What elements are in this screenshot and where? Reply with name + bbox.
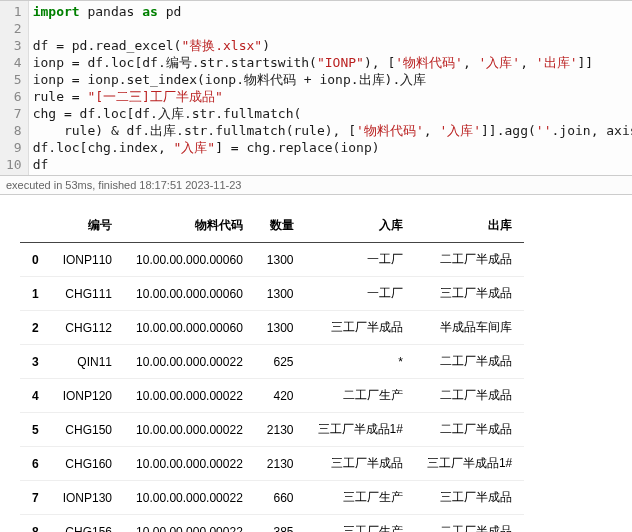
table-cell: 1300 bbox=[255, 243, 306, 277]
table-cell: 二工厂半成品 bbox=[415, 345, 524, 379]
code-source[interactable]: import pandas as pd df = pd.read_excel("… bbox=[29, 1, 632, 175]
table-cell: 10.00.00.000.00022 bbox=[124, 413, 255, 447]
table-cell: IONP130 bbox=[51, 481, 124, 515]
table-cell: CHG150 bbox=[51, 413, 124, 447]
table-cell: CHG156 bbox=[51, 515, 124, 533]
gutter-line: 1 bbox=[0, 3, 28, 20]
table-cell: 10.00.00.000.00022 bbox=[124, 515, 255, 533]
table-cell: 660 bbox=[255, 481, 306, 515]
table-cell: 三工厂生产 bbox=[306, 515, 415, 533]
table-cell: 三工厂半成品 bbox=[415, 277, 524, 311]
table-row: 3QIN1110.00.00.000.00022625*二工厂半成品 bbox=[20, 345, 524, 379]
code-line: df.loc[chg.index, "入库"] = chg.replace(io… bbox=[33, 139, 628, 156]
table-cell: 1300 bbox=[255, 311, 306, 345]
table-row: 2CHG11210.00.00.000.000601300三工厂半成品半成品车间… bbox=[20, 311, 524, 345]
code-line: df = pd.read_excel("替换.xlsx") bbox=[33, 37, 628, 54]
table-cell: 2130 bbox=[255, 447, 306, 481]
table-cell: 10.00.00.000.00060 bbox=[124, 277, 255, 311]
table-cell: 二工厂半成品 bbox=[415, 243, 524, 277]
column-header: 出库 bbox=[415, 209, 524, 243]
table-cell: 二工厂半成品 bbox=[415, 515, 524, 533]
row-index: 8 bbox=[20, 515, 51, 533]
execution-status: executed in 53ms, finished 18:17:51 2023… bbox=[0, 176, 632, 195]
table-cell: 2130 bbox=[255, 413, 306, 447]
row-index: 6 bbox=[20, 447, 51, 481]
index-header bbox=[20, 209, 51, 243]
table-cell: 420 bbox=[255, 379, 306, 413]
output-dataframe: 编号物料代码数量入库出库 0IONP11010.00.00.000.000601… bbox=[20, 209, 524, 532]
table-cell: 三工厂半成品 bbox=[306, 447, 415, 481]
gutter-line: 5 bbox=[0, 71, 28, 88]
table-row: 8CHG15610.00.00.000.00022385三工厂生产二工厂半成品 bbox=[20, 515, 524, 533]
table-cell: 385 bbox=[255, 515, 306, 533]
gutter-line: 3 bbox=[0, 37, 28, 54]
gutter-line: 4 bbox=[0, 54, 28, 71]
table-row: 5CHG15010.00.00.000.000222130三工厂半成品1#二工厂… bbox=[20, 413, 524, 447]
table-row: 0IONP11010.00.00.000.000601300一工厂二工厂半成品 bbox=[20, 243, 524, 277]
table-cell: 10.00.00.000.00022 bbox=[124, 345, 255, 379]
table-cell: 三工厂半成品 bbox=[306, 311, 415, 345]
table-row: 1CHG11110.00.00.000.000601300一工厂三工厂半成品 bbox=[20, 277, 524, 311]
column-header: 编号 bbox=[51, 209, 124, 243]
output-table-wrap: 编号物料代码数量入库出库 0IONP11010.00.00.000.000601… bbox=[0, 195, 632, 532]
gutter-line: 9 bbox=[0, 139, 28, 156]
table-cell: 三工厂半成品1# bbox=[415, 447, 524, 481]
row-index: 2 bbox=[20, 311, 51, 345]
gutter-line: 10 bbox=[0, 156, 28, 173]
row-index: 5 bbox=[20, 413, 51, 447]
column-header: 物料代码 bbox=[124, 209, 255, 243]
table-cell: 半成品车间库 bbox=[415, 311, 524, 345]
row-index: 1 bbox=[20, 277, 51, 311]
column-header: 数量 bbox=[255, 209, 306, 243]
table-cell: QIN11 bbox=[51, 345, 124, 379]
table-cell: 二工厂生产 bbox=[306, 379, 415, 413]
table-cell: 一工厂 bbox=[306, 277, 415, 311]
table-row: 7IONP13010.00.00.000.00022660三工厂生产三工厂半成品 bbox=[20, 481, 524, 515]
table-cell: 10.00.00.000.00022 bbox=[124, 481, 255, 515]
code-line: import pandas as pd bbox=[33, 3, 628, 20]
table-cell: CHG111 bbox=[51, 277, 124, 311]
gutter-line: 2 bbox=[0, 20, 28, 37]
table-cell: 三工厂半成品 bbox=[415, 481, 524, 515]
table-cell: 一工厂 bbox=[306, 243, 415, 277]
table-cell: CHG112 bbox=[51, 311, 124, 345]
row-index: 0 bbox=[20, 243, 51, 277]
table-cell: 10.00.00.000.00060 bbox=[124, 311, 255, 345]
table-cell: CHG160 bbox=[51, 447, 124, 481]
row-index: 3 bbox=[20, 345, 51, 379]
row-index: 4 bbox=[20, 379, 51, 413]
table-cell: 二工厂半成品 bbox=[415, 379, 524, 413]
table-cell: 三工厂生产 bbox=[306, 481, 415, 515]
row-index: 7 bbox=[20, 481, 51, 515]
code-line bbox=[33, 20, 628, 37]
code-line: df bbox=[33, 156, 628, 173]
code-line: ionp = ionp.set_index(ionp.物料代码 + ionp.出… bbox=[33, 71, 628, 88]
table-row: 6CHG16010.00.00.000.000222130三工厂半成品三工厂半成… bbox=[20, 447, 524, 481]
code-line: ionp = df.loc[df.编号.str.startswith("IONP… bbox=[33, 54, 628, 71]
table-cell: IONP110 bbox=[51, 243, 124, 277]
gutter-line: 8 bbox=[0, 122, 28, 139]
table-row: 4IONP12010.00.00.000.00022420二工厂生产二工厂半成品 bbox=[20, 379, 524, 413]
table-cell: 625 bbox=[255, 345, 306, 379]
table-cell: 三工厂半成品1# bbox=[306, 413, 415, 447]
table-cell: * bbox=[306, 345, 415, 379]
table-cell: 二工厂半成品 bbox=[415, 413, 524, 447]
code-line: rule = "[一二三]工厂半成品" bbox=[33, 88, 628, 105]
table-cell: 10.00.00.000.00060 bbox=[124, 243, 255, 277]
table-cell: 10.00.00.000.00022 bbox=[124, 379, 255, 413]
gutter-line: 7 bbox=[0, 105, 28, 122]
code-line: rule) & df.出库.str.fullmatch(rule), ['物料代… bbox=[33, 122, 628, 139]
table-cell: IONP120 bbox=[51, 379, 124, 413]
code-line: chg = df.loc[df.入库.str.fullmatch( bbox=[33, 105, 628, 122]
code-gutter: 12345678910 bbox=[0, 1, 29, 175]
table-cell: 1300 bbox=[255, 277, 306, 311]
gutter-line: 6 bbox=[0, 88, 28, 105]
column-header: 入库 bbox=[306, 209, 415, 243]
code-cell: 12345678910 import pandas as pd df = pd.… bbox=[0, 0, 632, 176]
table-cell: 10.00.00.000.00022 bbox=[124, 447, 255, 481]
